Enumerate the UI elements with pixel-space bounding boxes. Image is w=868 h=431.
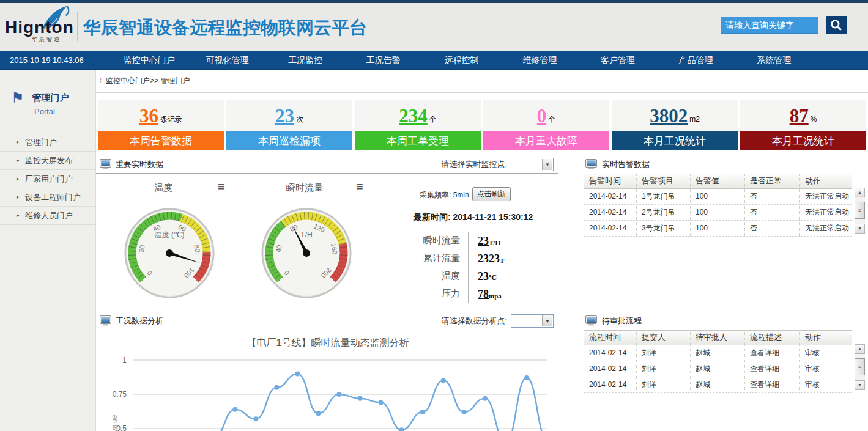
table-header-cell: 是否正常 (744, 174, 799, 188)
stat-card: 234个本周工单受理 (355, 100, 481, 150)
table-header-cell: 流程时间 (584, 331, 636, 345)
table-header-cell: 告警项目 (636, 174, 690, 188)
scroll-track[interactable]: ≡ (855, 197, 865, 224)
table-cell: 无法正常启动 (799, 205, 852, 220)
stat-label: 本月工况统计 (740, 131, 866, 150)
table-cell: 1号龙门吊 (636, 189, 690, 204)
table-cell: 2014-02-14 (584, 361, 636, 377)
latest-time-label: 最新时间: 2014-11-21 15:30:12 (414, 212, 533, 223)
table-cell: 2014-02-14 (584, 377, 636, 392)
gauge-menu-icon[interactable]: ≡ (218, 179, 225, 194)
stat-value-area: 3802m2 (612, 100, 738, 131)
table-row: 2014-02-14刘洋赵城查看详细审核 (584, 361, 852, 377)
portal-header: ⚑ 管理门户 (0, 70, 95, 105)
table-header-row: 流程时间提交人待审批人流程描述动作 (584, 330, 852, 345)
table-row: 2014-02-141号龙门吊100否无法正常启动 (584, 189, 852, 205)
nav-item[interactable]: 监控中心门户 (110, 51, 188, 69)
select-arrow-icon[interactable]: ▼ (542, 315, 552, 326)
search-input[interactable] (721, 17, 818, 34)
svg-text:40: 40 (275, 245, 283, 253)
stat-value-link[interactable]: 3802 (650, 106, 688, 125)
sidebar-item[interactable]: ▸监控大屏发布 (0, 151, 95, 169)
table-header-cell: 告警值 (690, 174, 744, 188)
reading-value[interactable]: 78 (469, 289, 489, 300)
reading-unit: mpa (489, 292, 502, 300)
chevron-right-icon: ▸ (17, 207, 20, 224)
stat-value-link[interactable]: 234 (399, 106, 428, 125)
search-button[interactable] (826, 16, 847, 34)
stat-card: 23次本周巡检漏项 (226, 100, 352, 150)
refresh-button[interactable]: 点击刷新 (472, 187, 511, 201)
stat-value-link[interactable]: 0 (537, 106, 547, 125)
reading-value[interactable]: 2323 (469, 253, 500, 264)
sidebar-item[interactable]: ▸厂家用户门户 (0, 169, 95, 188)
reading-row: 温度23℃ (391, 267, 552, 285)
select-arrow-icon[interactable]: ▼ (542, 159, 552, 170)
nav-item[interactable]: 可视化管理 (188, 51, 267, 69)
sidebar-item[interactable]: ▸维修人员门户 (0, 206, 95, 224)
scroll-up-icon[interactable]: ▲ (855, 188, 865, 197)
stat-value-area: 0个 (483, 100, 609, 131)
stat-value-link[interactable]: 87 (790, 106, 809, 125)
nav-item[interactable]: 系统管理 (735, 51, 813, 69)
table-cell: 无法正常启动 (799, 221, 852, 236)
flow-gauge: 04080120160200T/H (261, 207, 352, 299)
breadcrumb-text: 监控中心门户>> 管理门户 (106, 76, 190, 85)
sidebar-item[interactable]: ▸设备工程师门户 (0, 188, 95, 206)
nav-item[interactable]: 维修管理 (500, 51, 579, 69)
table-cell: 查看详细 (744, 377, 799, 392)
realtime-panel-header: 重要实时数据 请选择实时监控点: ▼ (96, 156, 558, 174)
scroll-track[interactable]: ≡ (855, 354, 865, 380)
breadcrumb-icon: ⁞ (100, 77, 102, 84)
table-cell: 3号龙门吊 (636, 221, 690, 236)
analysis-point-select-label: 请选择数据分析点: (441, 315, 507, 326)
sidebar-item[interactable]: ▸管理门户 (0, 133, 95, 151)
reading-label: 温度 (391, 267, 469, 285)
table-row: 2014-02-142号龙门吊100否无法正常启动 (584, 205, 852, 221)
scroll-down-icon[interactable]: ▼ (855, 380, 865, 390)
nav-item[interactable]: 产品管理 (657, 51, 735, 69)
table-cell: 审核 (799, 361, 852, 377)
nav-item[interactable]: 远程控制 (423, 51, 501, 69)
nav-item[interactable]: 工况监控 (266, 51, 344, 69)
scroll-thumb[interactable]: ≡ (855, 358, 865, 375)
stat-value-link[interactable]: 23 (275, 106, 294, 125)
table-header-cell: 告警时间 (584, 174, 636, 188)
stat-value-link[interactable]: 36 (139, 106, 158, 125)
monitor-icon (100, 315, 111, 328)
stat-unit: 次 (296, 114, 303, 125)
chevron-right-icon: ▸ (17, 170, 20, 188)
alarms-scrollbar: ▲ ≡ ▼ (855, 188, 865, 234)
stat-label: 本月重大故障 (483, 131, 609, 150)
stat-label: 本周巡检漏项 (226, 131, 352, 150)
chevron-right-icon: ▸ (17, 188, 20, 206)
nav-item[interactable]: 客户管理 (579, 51, 657, 69)
nav-menu: 监控中心门户可视化管理工况监控工况告警远程控制维修管理客户管理产品管理系统管理 (110, 51, 813, 69)
scroll-thumb[interactable]: ≡ (855, 202, 865, 219)
table-cell: 赵城 (690, 361, 744, 377)
divider (411, 227, 524, 227)
monitor-icon (585, 315, 597, 328)
monitor-point-select[interactable]: ▼ (511, 158, 554, 171)
app-header: Hignton 华辰智通 华辰智通设备远程监控物联网云平台 (0, 3, 868, 51)
table-row: 2014-02-143号龙门吊100否无法正常启动 (584, 221, 852, 237)
scroll-down-icon[interactable]: ▼ (855, 224, 865, 234)
nav-timestamp: 2015-10-19 10:43:06 (10, 51, 84, 69)
table-header-cell: 提交人 (636, 331, 690, 345)
reading-value[interactable]: 23 (469, 271, 489, 282)
reading-value[interactable]: 23 (469, 235, 489, 246)
readings-list: 瞬时流量23T/H累计流量2323T温度23℃压力78mpa (391, 232, 552, 303)
reading-row: 累计流量2323T (391, 249, 552, 267)
page-title: 华辰智通设备远程监控物联网云平台 (83, 16, 367, 40)
nav-item[interactable]: 工况告警 (344, 51, 423, 69)
svg-text:0.75: 0.75 (113, 390, 127, 399)
sidebar: ⚑ 管理门户 Portal ▸管理门户▸监控大屏发布▸厂家用户门户▸设备工程师门… (0, 70, 96, 431)
stat-unit: m2 (689, 115, 700, 123)
scroll-up-icon[interactable]: ▲ (855, 344, 865, 354)
analysis-point-select[interactable]: ▼ (511, 314, 554, 328)
panel-title: 重要实时数据 (116, 156, 163, 173)
sampling-frequency-label: 采集频率: 5min (420, 190, 469, 201)
gauge-menu-icon[interactable]: ≡ (356, 179, 363, 194)
stat-value-area: 87% (740, 100, 866, 131)
stat-card: 3802m2本月工况统计 (612, 100, 738, 150)
